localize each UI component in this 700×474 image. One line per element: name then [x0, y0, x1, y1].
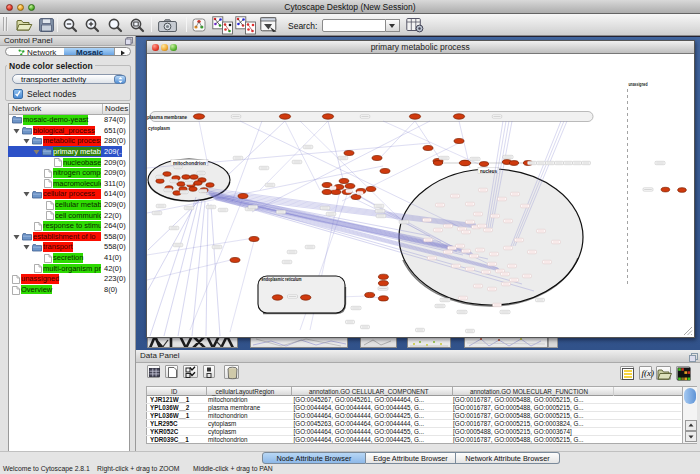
svg-text:plasma membrane: plasma membrane: [147, 115, 187, 120]
svg-text:unassigned: unassigned: [629, 82, 648, 87]
svg-text:cytoplasm: cytoplasm: [148, 126, 170, 131]
svg-text:endoplasmic reticulum: endoplasmic reticulum: [262, 277, 302, 282]
